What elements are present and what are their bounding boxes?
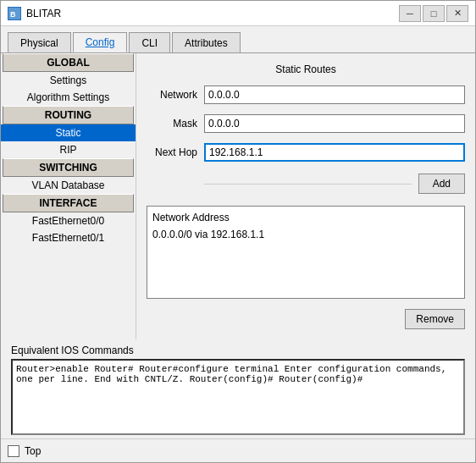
nexthop-label: Next Hop xyxy=(147,146,197,158)
network-address-entry: 0.0.0.0/0 via 192.168.1.1 xyxy=(152,227,459,242)
remove-row: Remove xyxy=(147,309,465,329)
mask-input[interactable] xyxy=(204,114,465,133)
network-label: Network xyxy=(147,89,197,101)
tab-config[interactable]: Config xyxy=(73,32,128,52)
sidebar-item-algorithm-settings[interactable]: Algorithm Settings xyxy=(1,89,136,106)
app-window: B BLITAR ─ □ ✕ Physical Config CLI Attri… xyxy=(0,0,476,463)
footer: Top xyxy=(1,438,475,462)
sidebar-item-fastethernet01[interactable]: FastEthernet0/1 xyxy=(1,229,136,246)
sidebar-section-interface: INTERFACE xyxy=(3,194,134,212)
sidebar-section-switching: SWITCHING xyxy=(3,158,134,177)
right-panel: Static Routes Network Mask Next Hop Add xyxy=(136,53,475,339)
sidebar-item-fastethernet00[interactable]: FastEthernet0/0 xyxy=(1,212,136,229)
add-row: Add xyxy=(147,174,465,194)
tab-bar: Physical Config CLI Attributes xyxy=(1,26,475,53)
tab-cli[interactable]: CLI xyxy=(129,32,170,52)
sidebar-section-routing: ROUTING xyxy=(3,106,134,124)
window-controls: ─ □ ✕ xyxy=(399,5,468,22)
app-icon: B xyxy=(8,7,21,20)
sidebar-section-global: GLOBAL xyxy=(3,53,134,72)
sidebar: GLOBAL Settings Algorithm Settings ROUTI… xyxy=(1,53,136,339)
nexthop-row: Next Hop xyxy=(147,143,465,162)
ios-terminal[interactable]: Router>enable Router# Router#configure t… xyxy=(11,359,465,435)
nexthop-input[interactable] xyxy=(204,143,465,162)
mask-row: Mask xyxy=(147,114,465,133)
network-input[interactable] xyxy=(204,85,465,104)
network-row: Network xyxy=(147,85,465,104)
network-address-label: Network Address xyxy=(152,212,459,223)
title-bar: B BLITAR ─ □ ✕ xyxy=(1,1,475,26)
mask-label: Mask xyxy=(147,118,197,130)
tab-physical[interactable]: Physical xyxy=(8,32,71,52)
sidebar-scroll[interactable]: GLOBAL Settings Algorithm Settings ROUTI… xyxy=(1,53,136,339)
divider-line xyxy=(204,184,412,185)
top-checkbox[interactable] xyxy=(8,445,19,457)
close-button[interactable]: ✕ xyxy=(446,5,468,22)
sidebar-item-settings[interactable]: Settings xyxy=(1,72,136,89)
add-button[interactable]: Add xyxy=(418,174,465,194)
window-title: BLITAR xyxy=(26,8,394,19)
sidebar-item-static[interactable]: Static xyxy=(1,124,136,141)
network-address-box: Network Address 0.0.0.0/0 via 192.168.1.… xyxy=(147,206,465,299)
svg-text:B: B xyxy=(10,10,16,19)
maximize-button[interactable]: □ xyxy=(423,5,445,22)
remove-button[interactable]: Remove xyxy=(405,309,465,329)
top-label: Top xyxy=(25,445,41,457)
tab-attributes[interactable]: Attributes xyxy=(172,32,241,52)
ios-commands-section: Equivalent IOS Commands Router>enable Ro… xyxy=(1,339,475,438)
static-routes-title: Static Routes xyxy=(147,63,465,75)
sidebar-item-vlan-database[interactable]: VLAN Database xyxy=(1,177,136,194)
ios-commands-label: Equivalent IOS Commands xyxy=(11,344,465,356)
sidebar-item-rip[interactable]: RIP xyxy=(1,141,136,158)
minimize-button[interactable]: ─ xyxy=(399,5,421,22)
main-content: GLOBAL Settings Algorithm Settings ROUTI… xyxy=(1,53,475,339)
